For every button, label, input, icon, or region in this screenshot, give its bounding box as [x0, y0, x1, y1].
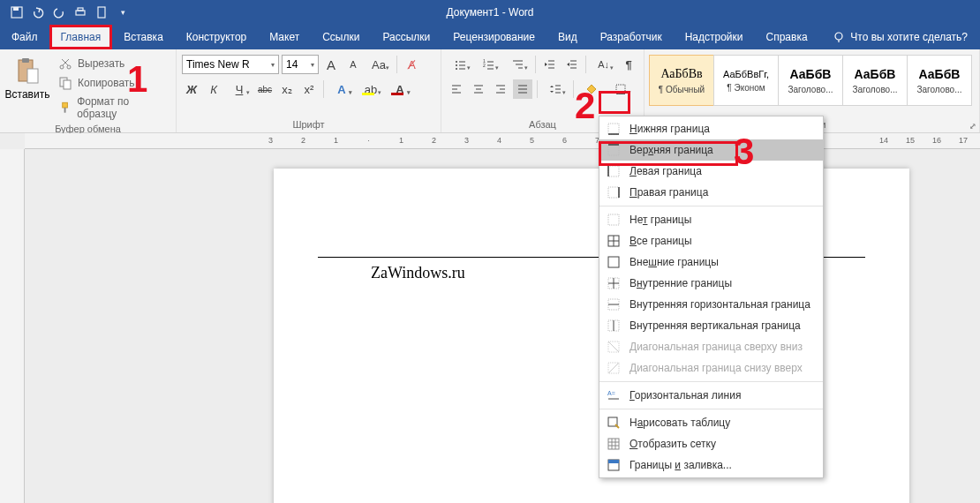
sort-button[interactable]: A↓	[591, 55, 617, 74]
bullets-button[interactable]	[447, 55, 473, 74]
svg-line-76	[608, 342, 619, 352]
dd-inside-v-border[interactable]: Внутренняя вертикальная граница	[599, 315, 823, 336]
svg-rect-15	[64, 80, 71, 89]
italic-button[interactable]: К	[204, 79, 223, 99]
svg-point-10	[60, 65, 64, 69]
cut-button[interactable]: Вырезать	[55, 55, 170, 72]
title-bar: ▾ Документ1 - Word	[0, 0, 980, 25]
increase-indent-button[interactable]	[562, 55, 581, 74]
format-painter-label: Формат по образцу	[77, 95, 167, 120]
undo-icon[interactable]	[28, 3, 48, 22]
lightbulb-icon	[833, 31, 845, 43]
svg-rect-16	[63, 102, 68, 108]
numbering-button[interactable]: 12	[476, 55, 502, 74]
clear-formatting-button[interactable]: A̸	[402, 55, 421, 74]
dd-top-border[interactable]: Верхняя граница	[599, 139, 823, 161]
style-item-normal[interactable]: АаБбВв¶ Обычный	[649, 55, 714, 106]
borders-button[interactable]	[607, 79, 634, 99]
dd-horizontal-line[interactable]: A=Горизонтальная линия	[599, 385, 823, 406]
format-painter-button[interactable]: Формат по образцу	[55, 94, 170, 122]
multilevel-list-button[interactable]	[504, 55, 531, 74]
tab-view[interactable]: Вид	[547, 25, 589, 49]
quick-print-icon[interactable]	[71, 3, 90, 22]
tab-review[interactable]: Рецензирование	[441, 25, 547, 49]
dd-all-borders[interactable]: Все границы	[599, 230, 823, 252]
justify-button[interactable]	[513, 79, 532, 99]
dd-draw-table[interactable]: Нарисовать таблицу	[599, 412, 823, 433]
vertical-ruler[interactable]	[0, 149, 25, 503]
dd-bottom-border[interactable]: Нижняя граница	[599, 118, 823, 139]
style-item-heading2[interactable]: АаБбВЗаголово...	[842, 55, 908, 106]
grow-font-button[interactable]: A	[321, 55, 341, 74]
group-font: Times New R▾ 14▾ A A Aa A̸ Ж К Ч abc x₂ …	[177, 49, 441, 132]
tell-me-search[interactable]: Что вы хотите сделать?	[820, 31, 980, 43]
horizontal-ruler[interactable]: 321·123456789 14151617	[25, 133, 980, 149]
shading-button[interactable]	[578, 79, 605, 99]
tab-design[interactable]: Конструктор	[175, 25, 258, 49]
bold-button[interactable]: Ж	[182, 79, 201, 99]
align-right-button[interactable]	[491, 79, 510, 99]
underline-button[interactable]: Ч	[226, 79, 253, 99]
svg-rect-67	[608, 257, 619, 267]
dd-outside-borders[interactable]: Внешние границы	[599, 252, 823, 273]
tab-mailings[interactable]: Рассылки	[371, 25, 441, 49]
tab-help[interactable]: Справка	[755, 25, 819, 49]
cut-label: Вырезать	[78, 57, 124, 70]
svg-rect-82	[608, 439, 619, 449]
tab-layout[interactable]: Макет	[258, 25, 311, 49]
save-icon[interactable]	[7, 3, 26, 22]
tab-insert[interactable]: Вставка	[112, 25, 175, 49]
highlight-color-button[interactable]: ab	[358, 79, 384, 99]
svg-rect-9	[27, 69, 38, 83]
show-marks-button[interactable]: ¶	[619, 55, 638, 74]
svg-line-12	[63, 59, 69, 65]
svg-line-78	[608, 363, 619, 373]
style-item-heading1[interactable]: АаБбВЗаголово...	[778, 55, 843, 106]
svg-rect-53	[616, 85, 625, 94]
tab-developer[interactable]: Разработчик	[589, 25, 674, 49]
align-center-button[interactable]	[469, 79, 488, 99]
dd-view-gridlines[interactable]: Отобразить сетку	[599, 433, 823, 454]
subscript-button[interactable]: x₂	[277, 79, 297, 99]
tab-file[interactable]: Файл	[0, 25, 49, 49]
tell-me-label: Что вы хотите сделать?	[850, 31, 968, 43]
decrease-indent-button[interactable]	[540, 55, 560, 74]
font-name-combo[interactable]: Times New R▾	[182, 55, 279, 74]
font-size-combo[interactable]: 14▾	[282, 55, 319, 74]
redo-icon[interactable]	[49, 3, 69, 22]
tab-addins[interactable]: Надстройки	[674, 25, 755, 49]
dd-no-border[interactable]: Нет границы	[599, 209, 823, 230]
dd-inside-h-border[interactable]: Внутренняя горизонтальная граница	[599, 294, 823, 315]
tab-references[interactable]: Ссылки	[311, 25, 371, 49]
paragraph-launcher-icon[interactable]: ⤢	[968, 121, 978, 131]
svg-point-18	[456, 61, 457, 63]
brush-icon	[58, 101, 72, 115]
dd-inside-borders[interactable]: Внутренние границы	[599, 273, 823, 294]
dd-diag-down: Диагональная граница сверху вниз	[599, 336, 823, 357]
tab-home[interactable]: Главная	[49, 25, 113, 49]
superscript-button[interactable]: x²	[299, 79, 319, 99]
svg-rect-57	[608, 145, 619, 155]
style-item-heading3[interactable]: АаБбВЗаголово...	[907, 55, 972, 106]
qat-customize-icon[interactable]: ▾	[113, 3, 132, 22]
paste-icon	[13, 56, 41, 85]
line-spacing-button[interactable]	[542, 79, 569, 99]
align-left-button[interactable]	[447, 79, 466, 99]
strikethrough-button[interactable]: abc	[255, 79, 275, 99]
dd-borders-shading[interactable]: Границы и заливка...	[599, 454, 823, 476]
svg-text:A=: A=	[607, 390, 615, 396]
dd-right-border[interactable]: Правая граница	[599, 182, 823, 203]
svg-rect-55	[608, 124, 619, 134]
copy-button[interactable]: Копировать	[55, 74, 170, 92]
font-color-button[interactable]: A	[387, 79, 413, 99]
new-doc-icon[interactable]	[92, 3, 111, 22]
scissors-icon	[58, 56, 72, 71]
paste-label: Вставить	[5, 88, 50, 101]
shrink-font-button[interactable]: A	[343, 55, 363, 74]
change-case-button[interactable]: Aa	[366, 55, 392, 74]
dd-left-border[interactable]: Левая граница	[599, 161, 823, 182]
paste-button[interactable]: Вставить	[5, 53, 49, 122]
text-effects-button[interactable]: A	[328, 79, 355, 99]
styles-gallery[interactable]: АаБбВв¶ Обычный АаБбВвГг,¶ Эконом АаБбВЗ…	[650, 53, 972, 117]
style-item-econom[interactable]: АаБбВвГг,¶ Эконом	[713, 55, 779, 106]
